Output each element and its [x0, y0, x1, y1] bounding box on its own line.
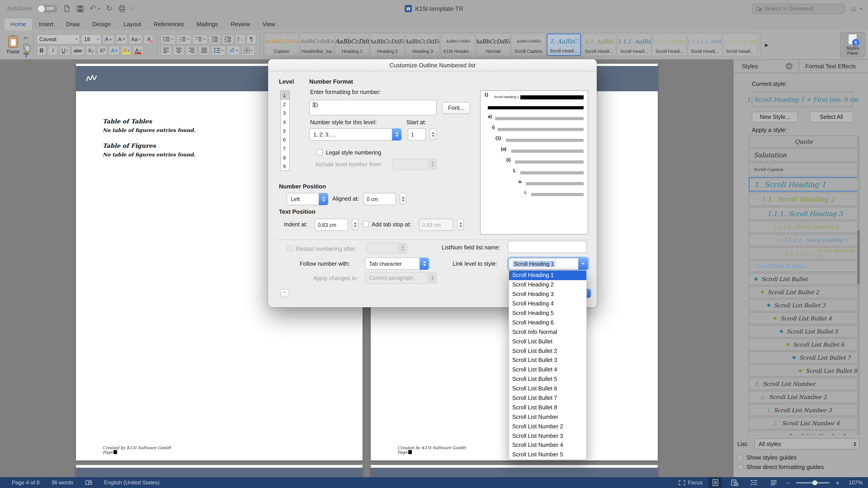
style-gallery-tile[interactable]: 1.1.1.1.1.1. AaE Scroll Headi... [723, 33, 757, 56]
number-align-combo[interactable]: Left [287, 193, 328, 205]
ribbon-tab[interactable]: Design [87, 19, 117, 30]
autosave-toggle[interactable]: OFF [37, 5, 57, 12]
align-right-button[interactable] [186, 45, 197, 55]
follow-number-combo[interactable]: Tab character [365, 258, 429, 270]
grow-font-button[interactable]: A [103, 34, 114, 44]
style-list-item[interactable]: i. Scroll List Number 3 [749, 404, 859, 416]
document-text[interactable]: Table of Tables No table of figures entr… [103, 118, 195, 167]
style-list-item[interactable]: Scroll Info Normal [749, 260, 859, 272]
style-gallery-tile[interactable]: 1.1.1. AaBbl Scroll Headi... [617, 33, 651, 56]
dropdown-menu-item[interactable]: Scroll Heading 1 [509, 271, 586, 280]
style-list-item[interactable]: a. Scroll List Number 2 [749, 391, 859, 403]
ribbon-tab[interactable]: View [257, 19, 281, 30]
style-gallery-tile[interactable]: 1. AaBbC Scroll Headi... [547, 33, 581, 56]
show-styles-guides-checkbox[interactable] [737, 455, 743, 460]
cut-icon[interactable]: ✂ [24, 35, 29, 41]
level-item[interactable]: 3 [281, 109, 289, 118]
start-at-field[interactable]: 1 [408, 128, 426, 140]
style-gallery-tile[interactable]: 1.1.1.1.1. AaBb Scroll Headi... [688, 33, 722, 56]
style-list-item[interactable]: 1.1. Scroll Heading 2 [749, 193, 859, 206]
list-filter-combo[interactable]: All styles [754, 438, 860, 450]
style-gallery-tile[interactable]: AaBbCcDdt Heading 1 [335, 33, 369, 56]
bold-button[interactable]: B [37, 45, 46, 55]
dropdown-menu-item[interactable]: Scroll List Number [509, 412, 586, 422]
language-indicator[interactable]: English (United States) [104, 480, 159, 486]
style-gallery-tile[interactable]: AaBbCcDdEe Caption [265, 33, 299, 56]
level-item[interactable]: 4 [281, 118, 289, 126]
level-item[interactable]: 8 [281, 153, 289, 162]
subscript-button[interactable]: X₂ [86, 45, 96, 55]
dropdown-menu-item[interactable]: Scroll List Bullet 2 [509, 346, 586, 356]
borders-button[interactable]: ▾ [242, 45, 255, 55]
style-list-item[interactable]: 1. Scroll List Number 4 [749, 417, 859, 429]
zoom-in-button[interactable]: + [835, 479, 839, 486]
style-gallery-tile[interactable]: AaBbCcDdEe K15t Header... [441, 33, 475, 56]
copy-icon[interactable] [24, 44, 28, 50]
undo-menu-caret-icon[interactable]: ▾ [98, 6, 100, 11]
indent-at-stepper[interactable] [352, 219, 359, 230]
styles-tab[interactable]: Styles [742, 63, 758, 70]
draft-view-button[interactable] [767, 477, 780, 488]
dropdown-menu-item[interactable]: Scroll List Number 4 [509, 441, 586, 450]
add-tab-stop-stepper[interactable] [457, 219, 464, 230]
level-item[interactable]: 7 [281, 144, 289, 153]
zoom-out-button[interactable]: − [786, 479, 790, 486]
dropdown-menu-item[interactable]: Scroll List Number 2 [509, 422, 586, 431]
underline-button[interactable]: U▾ [59, 45, 70, 55]
dropdown-menu-item[interactable]: Scroll List Bullet [509, 337, 586, 346]
multilevel-list-button[interactable]: ▾ [193, 34, 208, 44]
level-item[interactable]: 5 [281, 127, 289, 135]
zoom-slider-knob[interactable] [812, 480, 817, 485]
font-name-combo[interactable]: Caveat ▾ [37, 34, 80, 44]
highlight-button[interactable]: ▾ [121, 45, 131, 55]
dropdown-menu-item[interactable]: Scroll List Bullet 7 [509, 393, 586, 403]
feedback-smiley-icon[interactable]: ☺ [850, 5, 857, 12]
ribbon-tab[interactable]: References [148, 19, 190, 30]
style-list-item[interactable]: 1. Scroll Heading 1 [749, 177, 859, 192]
legal-numbering-checkbox[interactable] [316, 149, 323, 156]
style-list-item[interactable]: 1.1.1. Scroll Heading 3 [749, 207, 859, 220]
pane-scrollbar[interactable] [857, 135, 860, 435]
paste-button[interactable]: Paste [4, 32, 23, 57]
style-list-item[interactable]: 1.1.1.1.1.1. Scroll Heading 6 [749, 247, 859, 259]
level-item[interactable]: 1 [281, 91, 289, 100]
format-text-effects-tab[interactable]: Format Text Effects [805, 63, 856, 70]
style-gallery-tile[interactable]: AaBbCcDdEe Heading 3 [405, 33, 440, 56]
ribbon-tab[interactable]: Home [4, 19, 32, 30]
style-list-item[interactable]: 1.1.1.1.1. Scroll Heading 5 [749, 234, 859, 246]
outline-view-button[interactable] [747, 477, 761, 488]
font-size-combo[interactable]: 18 ▾ [81, 34, 101, 44]
number-format-field[interactable]: 1) [309, 100, 437, 115]
dropdown-menu-item[interactable]: Scroll List Bullet 6 [509, 384, 586, 393]
add-tab-stop-checkbox[interactable] [363, 221, 369, 227]
dropdown-menu-item[interactable]: Scroll List Number 5 [509, 450, 586, 459]
style-gallery-tile[interactable]: 1.1.1.1. AaBbC Scroll Headi... [652, 33, 687, 56]
numbered-list-button[interactable]: ▾ [177, 34, 191, 44]
show-paragraph-marks-button[interactable]: ¶ [246, 34, 256, 44]
strikethrough-button[interactable]: abe [71, 45, 84, 55]
select-all-button[interactable]: Select All [810, 111, 853, 123]
increase-indent-button[interactable] [222, 34, 234, 44]
dropdown-menu-item[interactable]: Scroll Heading 6 [509, 318, 586, 327]
style-list-item[interactable]: a. Scroll List Number 5 [749, 430, 859, 435]
style-gallery-tile[interactable]: 1.1. AaBbl Scroll Headi... [582, 33, 616, 56]
dropdown-menu-item[interactable]: Scroll Heading 2 [509, 280, 586, 290]
style-gallery-tile[interactable]: AaBbCcDdEe Normal [476, 33, 510, 56]
redo-icon[interactable]: ↻ [106, 5, 113, 12]
style-list-item[interactable]: 1. Scroll List Number [749, 378, 859, 390]
sort-button[interactable]: AZ ↓ [235, 34, 245, 44]
number-style-combo[interactable]: 1, 2, 3, ... [309, 128, 401, 140]
aligned-at-field[interactable]: 0 cm [364, 193, 396, 205]
listnum-field[interactable] [508, 241, 587, 253]
shading-button[interactable]: ▾ [227, 45, 240, 55]
save-icon[interactable] [76, 5, 84, 12]
dropdown-menu-item[interactable]: Scroll Info Normal [509, 327, 586, 337]
dropdown-menu-item[interactable]: Scroll Heading 3 [509, 290, 586, 299]
italic-button[interactable]: I [48, 45, 58, 55]
shrink-font-button[interactable]: A [116, 34, 127, 44]
focus-button[interactable]: Focus [679, 480, 703, 486]
clear-formatting-button[interactable]: A [144, 34, 154, 44]
level-item[interactable]: 2 [281, 100, 289, 108]
link-level-combo[interactable]: Scroll Heading 1 [508, 258, 588, 270]
style-list-item[interactable]: Scroll List Bullet 3 [749, 299, 859, 311]
